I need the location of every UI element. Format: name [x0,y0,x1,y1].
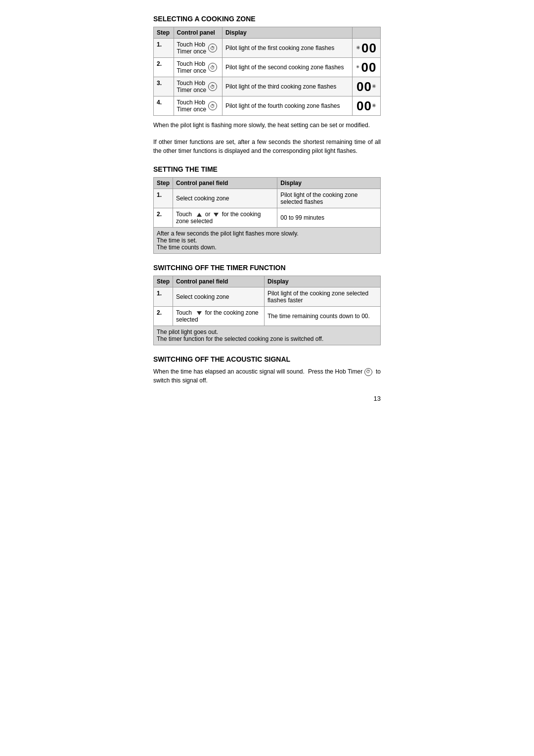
step-2: 2. [154,58,174,77]
control-4: Touch HobTimer once ⏱ [174,96,222,116]
section-switching-off: SWITCHING OFF THE TIMER FUNCTION Step Co… [153,264,381,345]
display-number-3: 00✳ [356,80,377,93]
display-sw1: Pilot light of the cooking zone selected… [265,287,381,307]
flash-indicator-bottom-right-4: ✳ [372,103,376,108]
table-row: 1. Touch HobTimer once ⏱ Pilot light of … [154,39,381,58]
triangle-up-icon [197,213,202,217]
control-s2: Touch or for the cooking zone selected [173,208,277,228]
flash-indicator-top-2: ✳ [356,65,360,69]
section-setting: SETTING THE TIME Step Control panel fiel… [153,165,381,254]
col-control: Control panel [174,27,222,39]
col-control-s: Control panel field [173,178,277,189]
section-setting-title: SETTING THE TIME [153,165,381,173]
flash-indicator-left-1: ✳ [356,46,360,50]
section-selecting: SELECTING A COOKING ZONE Step Control pa… [153,15,381,155]
display-number-1: ✳00 [356,42,377,54]
step-sw2: 2. [154,307,173,326]
switching-off-full-row-text: The pilot light goes out. The timer func… [154,326,381,345]
section-selecting-title: SELECTING A COOKING ZONE [153,15,381,23]
table-row: 2. Touch HobTimer once ⏱ Pilot light of … [154,58,381,77]
col-step-sw: Step [154,276,173,287]
display-visual-1: ✳00 [352,39,380,58]
switching-off-full-row: The pilot light goes out. The timer func… [154,326,381,345]
display-text-4: Pilot light of the fourth cooking zone f… [222,96,353,116]
control-text-1: Touch HobTimer once [177,41,207,55]
step-3: 3. [154,77,174,96]
display-text-1: Pilot light of the first cooking zone fl… [222,39,353,58]
control-text-3: Touch HobTimer once [177,80,207,94]
display-number-2: ✳00 [356,61,377,74]
display-sw2: The time remaining counts down to 00. [265,307,381,326]
table-row: 4. Touch HobTimer once ⏱ Pilot light of … [154,96,381,116]
selecting-note-1: When the pilot light is flashing more sl… [153,121,381,130]
hob-timer-icon: ⏱ [364,368,372,376]
timer-icon-2: ⏱ [208,63,217,72]
display-s1: Pilot light of the cooking zone selected… [277,189,381,208]
acoustic-note: When the time has elapsed an acoustic si… [153,367,381,385]
control-2: Touch HobTimer once ⏱ [174,58,222,77]
table-row: 3. Touch HobTimer once ⏱ Pilot light of … [154,77,381,96]
col-step: Step [154,27,174,39]
setting-full-row: After a few seconds the pilot light flas… [154,228,381,254]
step-4: 4. [154,96,174,116]
step-s1: 1. [154,189,173,208]
display-visual-2: ✳00 [352,58,380,77]
col-display-sw: Display [265,276,381,287]
step-s2: 2. [154,208,173,228]
col-step-s: Step [154,178,173,189]
table-row: 1. Select cooking zone Pilot light of th… [154,189,381,208]
table-row: 2. Touch or for the cooking zone selecte… [154,208,381,228]
section-switching-off-title: SWITCHING OFF THE TIMER FUNCTION [153,264,381,272]
switching-off-table: Step Control panel field Display 1. Sele… [153,276,381,345]
control-text-2: Touch HobTimer once [177,60,207,74]
display-s2: 00 to 99 minutes [277,208,381,228]
triangle-down-icon-sw [197,311,202,315]
col-control-sw: Control panel field [173,276,265,287]
timer-icon-1: ⏱ [208,44,217,52]
timer-icon-4: ⏱ [208,101,217,110]
setting-table: Step Control panel field Display 1. Sele… [153,177,381,254]
step-sw1: 1. [154,287,173,307]
control-sw2: Touch for the cooking zone selected [173,307,265,326]
col-display-s: Display [277,178,381,189]
col-visual [352,27,380,39]
col-display: Display [222,27,353,39]
control-text-4: Touch HobTimer once [177,99,207,113]
step-1: 1. [154,39,174,58]
display-text-2: Pilot light of the second cooking zone f… [222,58,353,77]
page-number: 13 [153,395,381,402]
control-s1: Select cooking zone [173,189,277,208]
section-acoustic-title: SWITCHING OFF THE ACOUSTIC SIGNAL [153,355,381,363]
display-number-4: 00✳ [356,99,377,112]
control-3: Touch HobTimer once ⏱ [174,77,222,96]
setting-full-row-text: After a few seconds the pilot light flas… [154,228,381,254]
flash-indicator-top-right-3: ✳ [372,84,376,89]
control-sw1: Select cooking zone [173,287,265,307]
display-visual-3: 00✳ [352,77,380,96]
selecting-note-2: If other timer functions are set, after … [153,138,381,155]
table-row: 2. Touch for the cooking zone selected T… [154,307,381,326]
display-text-3: Pilot light of the third cooking zone fl… [222,77,353,96]
display-visual-4: 00✳ [352,96,380,116]
section-acoustic: SWITCHING OFF THE ACOUSTIC SIGNAL When t… [153,355,381,385]
control-1: Touch HobTimer once ⏱ [174,39,222,58]
selecting-table: Step Control panel Display 1. Touch HobT… [153,27,381,116]
timer-icon-3: ⏱ [208,82,217,91]
table-row: 1. Select cooking zone Pilot light of th… [154,287,381,307]
triangle-down-icon [214,213,219,217]
